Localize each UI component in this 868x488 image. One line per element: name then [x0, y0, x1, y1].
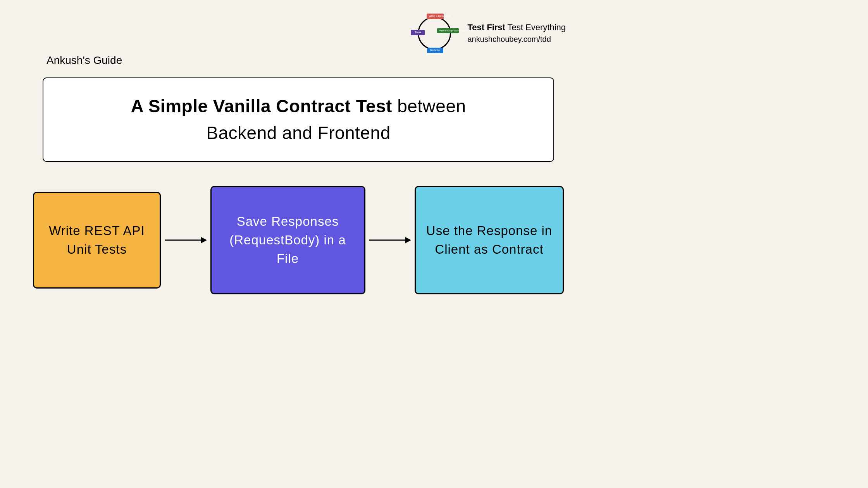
flow-step-3: Use the Response in Client as Contract	[415, 186, 564, 294]
tdd-cycle-diagram: Write a failing test Think Write enough …	[413, 14, 456, 52]
title-line2: Backend and Frontend	[206, 123, 390, 143]
title-bold: A Simple Vanilla Contract Test	[131, 96, 392, 116]
guide-label: Ankush's Guide	[46, 54, 122, 67]
flow-container: Write REST API Unit Tests Save Responses…	[33, 186, 564, 294]
cycle-refactor: Refactor	[427, 48, 443, 53]
title-between: between	[392, 96, 466, 116]
svg-marker-3	[405, 237, 411, 243]
arrow-1	[164, 234, 207, 246]
cycle-write-enough: Write enough code to pass the test	[437, 28, 459, 33]
header-title-regular: Test Everything	[505, 22, 566, 32]
header-url: ankushchoubey.com/tdd	[467, 35, 566, 44]
title-box: A Simple Vanilla Contract Test between B…	[43, 77, 554, 162]
flow-step-1: Write REST API Unit Tests	[33, 192, 161, 289]
flow-step-2: Save Responses (RequestBody) in a File	[210, 186, 365, 294]
arrow-2	[369, 234, 411, 246]
cycle-think: Think	[411, 30, 425, 35]
svg-marker-1	[201, 237, 207, 243]
header-title: Test First Test Everything	[467, 22, 566, 33]
header-text: Test First Test Everything ankushchoubey…	[467, 22, 566, 44]
title-main: A Simple Vanilla Contract Test between B…	[59, 93, 538, 146]
cycle-write-fail: Write a failing test	[427, 14, 444, 19]
header-right: Write a failing test Think Write enough …	[413, 14, 566, 52]
